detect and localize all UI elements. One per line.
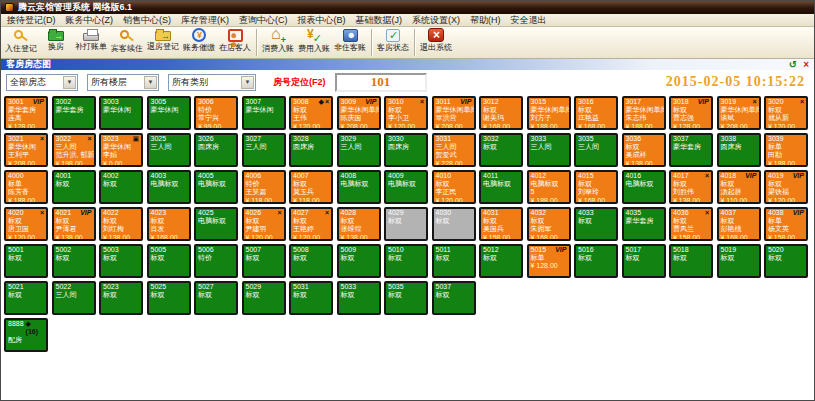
room-state-select[interactable]: 全部房态 ▼	[6, 74, 78, 91]
exit-system-button[interactable]: 退出系统	[418, 27, 454, 58]
room-locate-input[interactable]	[335, 73, 427, 92]
room-cell[interactable]: 4031标双吴国兵¥ 158.00	[479, 207, 523, 241]
nonguest-account-button[interactable]: 非住客账	[332, 27, 368, 58]
room-cell[interactable]: 3002豪华套房	[52, 96, 96, 130]
room-cell[interactable]: 4002标双	[99, 170, 143, 204]
extend-stay-button[interactable]: 宾客续住	[109, 27, 145, 58]
room-cell[interactable]: 3036标双吴成祥¥ 138.00	[622, 133, 666, 167]
room-cell[interactable]: 4011电脑标双	[479, 170, 523, 204]
room-cell[interactable]: 4027×标双王艳婷¥ 120.00	[289, 207, 333, 241]
room-cell[interactable]: 4020×标双唐卫国¥ 120.00	[4, 207, 48, 241]
checkout-button[interactable]: 退房登记	[145, 27, 181, 58]
menu-item[interactable]: 基础数据(J)	[356, 14, 403, 27]
floor-select[interactable]: 所有楼层 ▼	[87, 74, 159, 91]
room-cell[interactable]: 3025三人间	[147, 133, 191, 167]
room-cell[interactable]: 4000标单陈芳香¥ 188.00	[4, 170, 48, 204]
room-cell[interactable]: 3015豪华休闲单间刘方子¥ 188.00	[527, 96, 571, 130]
restore-icon[interactable]: ↺	[789, 60, 797, 70]
room-cell[interactable]: 4019VIP标双梁铁福¥ 120.00	[764, 170, 808, 204]
room-cell[interactable]: 4012电脑标双5¥ 188.00	[527, 170, 571, 204]
room-cell[interactable]: 5016标双	[574, 244, 618, 278]
room-cell[interactable]: 3027三人间	[242, 133, 286, 167]
payment-reminder-button[interactable]: 账务催缴	[181, 27, 217, 58]
room-cell[interactable]: 3012标双谢美玛¥ 168.00	[479, 96, 523, 130]
room-cell[interactable]: 4001标双	[52, 170, 96, 204]
room-cell[interactable]: 5025标双	[147, 281, 191, 315]
room-cell[interactable]: 4016电脑标双	[622, 170, 666, 204]
inhouse-guests-button[interactable]: 在店客人	[217, 27, 253, 58]
room-cell[interactable]: 3020×标双就从新¥ 120.00	[764, 96, 808, 130]
room-cell[interactable]: 5002标双	[52, 244, 96, 278]
room-cell[interactable]: 5022三人间	[52, 281, 96, 315]
room-cell[interactable]: 3023▣豪华休闲李娟¥ 0.00	[99, 133, 143, 167]
room-cell[interactable]: 5011标双	[432, 244, 476, 278]
menu-item[interactable]: 账务中心(Z)	[66, 14, 114, 27]
close-icon[interactable]: ×	[803, 60, 809, 70]
room-cell[interactable]: 3003豪华休闲	[99, 96, 143, 130]
room-cell[interactable]: 3016标双庄艳益¥ 168.00	[574, 96, 618, 130]
room-cell[interactable]: 3010×标双李小卫¥ 120.00	[384, 96, 428, 130]
room-cell[interactable]: 3035三人间	[574, 133, 618, 167]
room-cell[interactable]: 4006特价王笑篇¥ 118.00	[242, 170, 286, 204]
checkin-button[interactable]: 入住登记	[3, 27, 39, 58]
room-cell[interactable]: 3037豪华套房	[669, 133, 713, 167]
room-cell[interactable]: 5001标双	[4, 244, 48, 278]
room-cell[interactable]: 5018标双	[669, 244, 713, 278]
post-consumption-button[interactable]: 消费入账	[260, 27, 296, 58]
room-cell[interactable]: 4026×标双尹建羽¥ 120.00	[242, 207, 286, 241]
room-cell[interactable]: 5017标双	[622, 244, 666, 278]
room-cell[interactable]: 3006特价常宁兴¥ 99.00	[194, 96, 238, 130]
room-cell[interactable]: 5007标双	[242, 244, 286, 278]
room-cell[interactable]: 3032标双	[479, 133, 523, 167]
room-cell[interactable]: 3033三人间	[527, 133, 571, 167]
room-cell[interactable]: 3030圆床房	[384, 133, 428, 167]
room-cell[interactable]: 4022标双刘红梅¥ 138.00	[99, 207, 143, 241]
room-cell[interactable]: 4037标双彭艳桃¥ 168.00	[717, 207, 761, 241]
room-cell[interactable]: 3022×三人间范升洪, 郁新梅¥ 198.00	[52, 133, 96, 167]
post-charge-button[interactable]: 费用入账	[296, 27, 332, 58]
room-cell[interactable]: 5037标双	[432, 281, 476, 315]
room-cell[interactable]: 3028圆床房	[289, 133, 333, 167]
room-cell[interactable]: 5021标双	[4, 281, 48, 315]
room-cell[interactable]: 3039标单田勘¥ 188.00	[764, 133, 808, 167]
room-cell[interactable]: 4023标双肖发¥ 168.00	[147, 207, 191, 241]
room-cell[interactable]: 5012标双	[479, 244, 523, 278]
room-cell[interactable]: 5029标双	[242, 281, 286, 315]
room-cell[interactable]: 4018VIP标双汤起群¥ 110.00	[717, 170, 761, 204]
room-cell[interactable]: 5003标双	[99, 244, 143, 278]
room-cell[interactable]: 4032标双朱拥军¥ 168.00	[527, 207, 571, 241]
room-cell[interactable]: 5006特价	[194, 244, 238, 278]
room-cell[interactable]: 5008标双	[289, 244, 333, 278]
menu-item[interactable]: 系统设置(X)	[412, 14, 460, 27]
reprint-bill-button[interactable]: 补打账单	[73, 27, 109, 58]
room-cell[interactable]: 4009电脑标双	[384, 170, 428, 204]
room-cell[interactable]: 3038圆床房	[717, 133, 761, 167]
room-cell[interactable]: 4017×标双刘胜伟¥ 138.00	[669, 170, 713, 204]
room-cell[interactable]: 5005标双	[147, 244, 191, 278]
category-select[interactable]: 所有类别 ▼	[168, 74, 256, 91]
menu-item[interactable]: 帮助(H)	[470, 14, 501, 27]
change-room-button[interactable]: 换房	[39, 27, 73, 58]
menu-item[interactable]: 销售中心(S)	[123, 14, 171, 27]
room-cell[interactable]: 3018VIP标双曹志强¥ 128.00	[669, 96, 713, 130]
room-cell[interactable]: 3017豪华休闲单间朱志伟¥ 188.00	[622, 96, 666, 130]
room-cell[interactable]: 3007豪华休闲	[242, 96, 286, 130]
room-cell[interactable]: 5023标双	[99, 281, 143, 315]
room-cell[interactable]: 4038VIP标单杨文英¥ 158.00	[764, 207, 808, 241]
room-cell[interactable]: 4036×标双曹凤兰¥ 158.00	[669, 207, 713, 241]
room-cell[interactable]: 3019×豪华休闲单间谈斌¥ 208.00	[717, 96, 761, 130]
room-cell[interactable]: 5019标双	[717, 244, 761, 278]
menu-item[interactable]: 接待登记(D)	[7, 14, 56, 27]
room-cell[interactable]: 3029三人间	[337, 133, 381, 167]
room-cell[interactable]: 3026圆床房	[194, 133, 238, 167]
room-cell[interactable]: 3031三人间贺爱武¥ 228.00	[432, 133, 476, 167]
room-cell[interactable]: 4030标双	[432, 207, 476, 241]
menu-item[interactable]: 报表中心(B)	[298, 14, 346, 27]
room-cell[interactable]: 4033标双	[574, 207, 618, 241]
room-cell[interactable]: 4035豪华套房	[622, 207, 666, 241]
room-cell[interactable]: 5033标双	[337, 281, 381, 315]
room-cell[interactable]: 4015标双刘翠玲¥ 168.00	[574, 170, 618, 204]
room-cell[interactable]: 5010标双	[384, 244, 428, 278]
room-cell[interactable]: 4021VIP标双尹薄君¥ 138.00	[52, 207, 96, 241]
room-cell[interactable]: 4008电脑标双	[337, 170, 381, 204]
